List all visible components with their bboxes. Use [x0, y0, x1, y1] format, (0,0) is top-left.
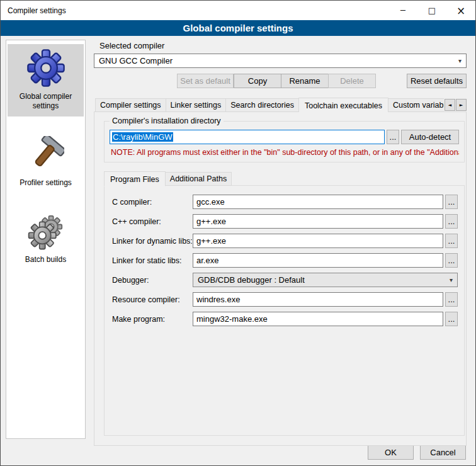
resource-compiler-label: Resource compiler:: [112, 295, 193, 304]
linker-dynamic-label: Linker for dynamic libs:: [112, 237, 193, 246]
make-program-label: Make program:: [112, 315, 193, 324]
program-files-panel: C compiler: ... C++ compiler: ... Linker…: [104, 185, 465, 436]
sidebar-item-label: Global compiler settings: [9, 92, 82, 111]
form-row: Make program: ...: [112, 312, 458, 326]
tab-compiler-settings[interactable]: Compiler settings: [95, 98, 166, 112]
compiler-actions: Set as default Copy Rename Delete Reset …: [94, 74, 467, 88]
subtab-program-files[interactable]: Program Files: [104, 171, 166, 186]
form-row: Linker for static libs: ...: [112, 253, 458, 268]
linker-dynamic-input[interactable]: [193, 234, 443, 248]
cpp-compiler-input[interactable]: [193, 214, 443, 229]
reset-defaults-button[interactable]: Reset defaults: [407, 74, 467, 88]
settings-sidebar: Global compiler settings Profiler settin…: [6, 40, 86, 439]
close-icon: ×: [456, 4, 465, 17]
global-compiler-gear-icon: [25, 47, 67, 89]
maximize-icon: □: [428, 6, 436, 15]
cpp-compiler-label: C++ compiler:: [112, 217, 193, 226]
dialog-header: Global compiler settings: [1, 20, 475, 36]
dialog-content: Global compiler settings Profiler settin…: [1, 36, 475, 465]
profiler-tool-icon: [25, 134, 67, 175]
selected-compiler-label: Selected compiler: [94, 40, 467, 54]
linker-static-input[interactable]: [193, 253, 443, 268]
form-row: Linker for dynamic libs: ...: [112, 234, 458, 248]
close-button[interactable]: ×: [446, 1, 475, 20]
sidebar-item-profiler-settings[interactable]: Profiler settings: [8, 130, 84, 193]
cancel-button[interactable]: Cancel: [420, 445, 466, 460]
maximize-button[interactable]: □: [417, 1, 446, 20]
sidebar-item-label: Batch builds: [25, 255, 66, 264]
sidebar-item-label: Profiler settings: [20, 178, 72, 188]
caption-buttons: ─ □ ×: [388, 1, 475, 20]
minimize-button[interactable]: ─: [388, 1, 417, 20]
ok-button[interactable]: OK: [368, 445, 414, 460]
selected-compiler-dropdown[interactable]: GNU GCC Compiler ▾: [94, 54, 467, 68]
linker-dynamic-browse-button[interactable]: ...: [445, 234, 458, 248]
make-program-input[interactable]: [193, 312, 443, 326]
group-title: Compiler's installation directory: [110, 116, 224, 125]
c-compiler-input[interactable]: [193, 195, 443, 209]
debugger-value: GDB/CDB debugger : Default: [198, 275, 305, 285]
dialog-footer: OK Cancel: [368, 445, 466, 460]
rename-button[interactable]: Rename: [281, 74, 329, 88]
set-as-default-button[interactable]: Set as default: [177, 74, 234, 88]
form-row: Resource compiler: ...: [112, 292, 458, 307]
chevron-down-icon: ▾: [458, 57, 462, 64]
debugger-dropdown[interactable]: GDB/CDB debugger : Default ▾: [193, 273, 458, 287]
window-title: Compiler settings: [1, 6, 66, 15]
programs-subtab-bar: Program Files Additional Paths: [104, 171, 466, 186]
compiler-settings-window: Compiler settings ─ □ × Global compiler …: [0, 0, 476, 466]
settings-tab-bar: Compiler settings Linker settings Search…: [94, 97, 467, 112]
form-row: Debugger: GDB/CDB debugger : Default ▾: [112, 273, 458, 287]
installation-directory-input[interactable]: C:\raylib\MinGW: [110, 130, 385, 144]
linker-static-browse-button[interactable]: ...: [445, 253, 458, 268]
resource-compiler-browse-button[interactable]: ...: [445, 292, 458, 307]
batch-builds-gears-icon: [25, 210, 67, 252]
c-compiler-browse-button[interactable]: ...: [445, 195, 458, 209]
tabs-row: Compiler settings Linker settings Search…: [95, 98, 444, 112]
selected-compiler-value: GNU GCC Compiler: [99, 56, 173, 65]
tab-toolchain-executables[interactable]: Toolchain executables: [298, 98, 388, 112]
sidebar-item-batch-builds[interactable]: Batch builds: [8, 207, 84, 270]
tab-scroll-buttons: ◄ ►: [444, 99, 467, 112]
selected-path-text: C:\raylib\MinGW: [112, 132, 173, 142]
title-bar: Compiler settings ─ □ ×: [1, 1, 475, 20]
note-text: NOTE: All programs must exist either in …: [111, 148, 459, 157]
installation-directory-row: C:\raylib\MinGW ... Auto-detect: [110, 130, 459, 144]
c-compiler-label: C compiler:: [112, 198, 193, 207]
cpp-compiler-browse-button[interactable]: ...: [445, 214, 458, 229]
debugger-label: Debugger:: [112, 276, 193, 285]
tab-scroll-right-button[interactable]: ►: [456, 99, 467, 111]
tab-search-directories[interactable]: Search directories: [225, 98, 299, 112]
toolchain-executables-panel: Compiler's installation directory C:\ray…: [94, 111, 467, 446]
delete-button[interactable]: Delete: [328, 74, 376, 88]
chevron-down-icon: ▾: [450, 276, 453, 283]
copy-button[interactable]: Copy: [234, 74, 281, 88]
subtab-additional-paths[interactable]: Additional Paths: [165, 172, 232, 186]
arrow-right-icon: ►: [460, 103, 463, 108]
tab-custom-variables[interactable]: Custom variables: [388, 98, 444, 112]
sidebar-item-global-compiler-settings[interactable]: Global compiler settings: [8, 44, 84, 116]
make-program-browse-button[interactable]: ...: [445, 312, 458, 326]
tab-scroll-left-button[interactable]: ◄: [445, 99, 455, 111]
resource-compiler-input[interactable]: [193, 292, 443, 307]
linker-static-label: Linker for static libs:: [112, 256, 193, 265]
tab-linker-settings[interactable]: Linker settings: [166, 98, 227, 112]
auto-detect-button[interactable]: Auto-detect: [401, 130, 459, 144]
main-area: Selected compiler GNU GCC Compiler ▾ Set…: [94, 40, 467, 446]
arrow-left-icon: ◄: [448, 103, 451, 108]
form-row: C compiler: ...: [112, 195, 458, 209]
installation-directory-browse-button[interactable]: ...: [387, 130, 399, 144]
minimize-icon: ─: [400, 6, 405, 15]
form-row: C++ compiler: ...: [112, 214, 458, 229]
installation-directory-group: Compiler's installation directory C:\ray…: [104, 121, 465, 162]
